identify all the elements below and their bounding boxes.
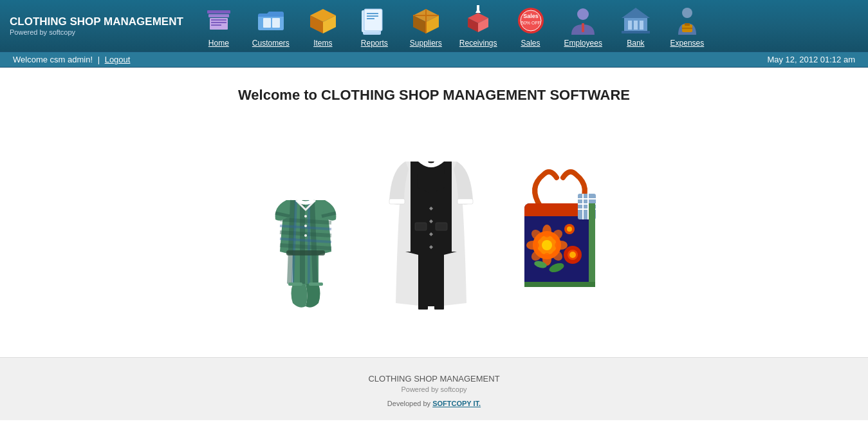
- welcome-heading: Welcome to CLOTHING SHOP MANAGEMENT SOFT…: [13, 87, 855, 104]
- customers-icon: [254, 4, 288, 37]
- svg-rect-69: [436, 223, 447, 230]
- brand: CLOTHING SHOP MANAGEMENT Powered by soft…: [0, 0, 193, 51]
- svg-rect-1: [208, 14, 229, 17]
- nav-bank-label: Bank: [627, 39, 644, 48]
- svg-point-78: [542, 225, 551, 237]
- svg-point-90: [567, 227, 572, 232]
- nav-receivings-label: Receivings: [459, 39, 497, 48]
- svg-rect-16: [367, 15, 378, 17]
- product-item-1: [257, 155, 354, 316]
- svg-rect-15: [367, 13, 378, 14]
- svg-text:50% OFF: 50% OFF: [521, 21, 540, 25]
- footer-dev-link[interactable]: SOFTCOPY IT.: [432, 400, 481, 407]
- svg-rect-63: [457, 199, 473, 204]
- svg-rect-99: [589, 203, 595, 287]
- svg-point-81: [555, 241, 568, 250]
- svg-rect-33: [582, 23, 584, 32]
- svg-rect-36: [622, 31, 650, 33]
- footer-title: CLOTHING SHOP MANAGEMENT: [13, 374, 855, 384]
- welcome-text: Welcome csm admin!: [13, 55, 93, 64]
- svg-point-80: [526, 241, 539, 250]
- svg-rect-42: [685, 23, 690, 26]
- svg-rect-5: [211, 24, 221, 26]
- nav-suppliers[interactable]: Suppliers: [400, 0, 452, 51]
- product-item-2: [380, 123, 483, 316]
- nav-items-label: Items: [313, 39, 332, 48]
- nav-expenses-label: Expenses: [670, 39, 705, 48]
- header: CLOTHING SHOP MANAGEMENT Powered by soft…: [0, 0, 868, 51]
- svg-rect-3: [211, 19, 226, 21]
- svg-rect-56: [286, 250, 325, 255]
- nav-customers-label: Customers: [252, 39, 290, 48]
- bank-icon: [619, 4, 652, 37]
- nav-reports-label: Reports: [361, 39, 388, 48]
- nav-home[interactable]: Home: [193, 0, 245, 51]
- svg-point-59: [304, 234, 307, 237]
- separator: |: [98, 55, 100, 64]
- footer-dev-prefix: Developed by: [387, 400, 430, 407]
- footer: CLOTHING SHOP MANAGEMENT Powered by soft…: [0, 358, 868, 420]
- nav-suppliers-label: Suppliers: [410, 39, 442, 48]
- nav-expenses[interactable]: Expenses: [661, 0, 713, 51]
- footer-powered: Powered by softcopy: [13, 385, 855, 393]
- suppliers-icon: [409, 4, 443, 37]
- svg-rect-14: [364, 9, 382, 31]
- svg-text:Sales: Sales: [523, 13, 539, 19]
- brand-title: CLOTHING SHOP MANAGEMENT: [10, 15, 183, 28]
- svg-rect-60: [288, 282, 302, 286]
- info-bar: Welcome csm admin! | Logout May 12, 2012…: [0, 51, 868, 68]
- products-area: [241, 123, 627, 316]
- sales-icon: Sales 50% OFF: [514, 4, 548, 37]
- svg-rect-61: [309, 282, 323, 286]
- svg-rect-38: [634, 21, 638, 30]
- svg-rect-62: [389, 199, 405, 204]
- brand-subtitle: Powered by softcopy: [10, 28, 183, 36]
- svg-point-58: [304, 225, 307, 227]
- main-content: Welcome to CLOTHING SHOP MANAGEMENT SOFT…: [0, 68, 868, 357]
- svg-rect-37: [628, 21, 632, 30]
- svg-marker-35: [622, 8, 650, 18]
- reports-icon: [358, 4, 391, 37]
- svg-rect-100: [524, 282, 595, 287]
- employees-icon: [566, 4, 600, 37]
- nav-reports[interactable]: Reports: [349, 0, 400, 51]
- svg-point-77: [542, 240, 552, 250]
- nav-items[interactable]: Items: [297, 0, 349, 51]
- svg-rect-71: [434, 303, 444, 310]
- home-icon: [202, 4, 235, 37]
- svg-rect-0: [207, 10, 230, 14]
- expenses-icon: [670, 4, 704, 37]
- svg-point-88: [569, 252, 576, 258]
- svg-point-40: [682, 8, 692, 18]
- receivings-icon: [461, 4, 495, 37]
- svg-rect-27: [477, 5, 479, 13]
- nav-customers[interactable]: Customers: [245, 0, 297, 51]
- svg-rect-68: [415, 223, 427, 230]
- main-nav: Home Customers: [193, 0, 868, 51]
- svg-rect-4: [211, 22, 226, 23]
- logout-link[interactable]: Logout: [105, 55, 131, 64]
- nav-home-label: Home: [208, 39, 229, 48]
- svg-rect-70: [418, 303, 428, 310]
- nav-employees-label: Employees: [564, 39, 602, 48]
- svg-rect-6: [263, 18, 271, 28]
- nav-sales-label: Sales: [521, 39, 540, 48]
- clothing-item-1-icon: [257, 155, 354, 316]
- nav-bank[interactable]: Bank: [610, 0, 661, 51]
- nav-receivings[interactable]: Receivings: [452, 0, 505, 51]
- datetime: May 12, 2012 01:12 am: [767, 55, 855, 64]
- product-item-3: [508, 155, 611, 316]
- nav-employees[interactable]: Employees: [557, 0, 610, 51]
- svg-point-32: [577, 8, 589, 20]
- nav-sales[interactable]: Sales 50% OFF Sales: [505, 0, 557, 51]
- footer-developer: Developed by SOFTCOPY IT.: [13, 400, 855, 407]
- items-icon: [306, 4, 340, 37]
- clothing-item-2-icon: [380, 123, 483, 316]
- svg-rect-7: [272, 18, 280, 28]
- svg-rect-17: [367, 18, 374, 19]
- svg-point-57: [304, 215, 307, 218]
- welcome-section: Welcome csm admin! | Logout: [13, 55, 130, 64]
- clothing-item-3-icon: [508, 155, 611, 316]
- svg-rect-39: [640, 21, 643, 30]
